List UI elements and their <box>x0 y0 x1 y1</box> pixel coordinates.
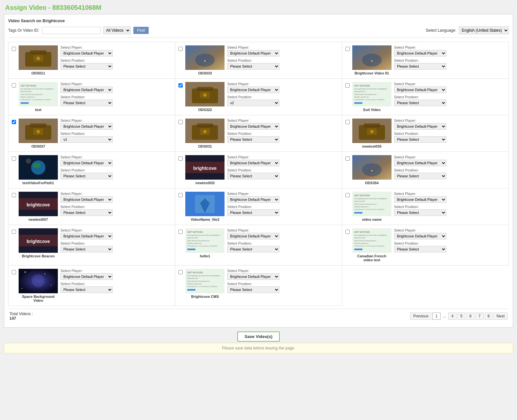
position-select[interactable]: Please Selectv1v2v3v4 <box>227 100 279 106</box>
video-name: video name <box>352 218 392 221</box>
player-select[interactable]: Brightcove Default Player <box>60 273 113 280</box>
position-select[interactable]: Please Selectv1v2v3v4 <box>227 136 279 143</box>
video-controls: Select Player: Brightcove Default Player… <box>227 228 338 254</box>
position-select[interactable]: Please Selectv1v2v3v4 <box>60 136 113 143</box>
video-checkbox[interactable] <box>345 47 350 51</box>
video-checkbox[interactable] <box>12 156 16 161</box>
video-checkbox[interactable] <box>345 156 350 161</box>
svg-text:brightcove: brightcove <box>26 239 50 244</box>
player-select[interactable]: Brightcove Default Player <box>60 160 113 166</box>
video-checkbox[interactable] <box>345 230 350 234</box>
player-select[interactable]: Brightcove Default Player <box>394 233 446 239</box>
prev-button[interactable]: Previous <box>410 313 431 320</box>
player-select[interactable]: Brightcove Default Player <box>394 87 446 93</box>
position-select[interactable]: Please Selectv1v2v3v4 <box>227 173 279 179</box>
position-select[interactable]: Please Selectv1v2v3v4 <box>394 246 446 252</box>
video-checkbox[interactable] <box>12 83 16 88</box>
lang-select[interactable]: English (United States) French Spanish <box>459 26 509 34</box>
player-select[interactable]: Brightcove Default Player <box>227 160 279 166</box>
video-name: Space Background Video <box>19 295 58 302</box>
position-select[interactable]: Please Selectv1v2v3v4 <box>60 209 113 216</box>
video-checkbox[interactable] <box>178 83 183 88</box>
svg-text:GET NOTICED: GET NOTICED <box>354 85 370 87</box>
player-select[interactable]: Brightcove Default Player <box>60 50 113 57</box>
player-select[interactable]: Brightcove Default Player <box>227 50 279 57</box>
video-thumbnail-container: GET NOTICEDwe separate you from the comp… <box>352 228 392 262</box>
video-thumbnail-container: ● ODS354 <box>352 155 392 185</box>
position-select[interactable]: Please Selectv1v2v3v4 <box>60 173 113 179</box>
video-checkbox[interactable] <box>178 156 183 161</box>
player-select[interactable]: Brightcove Default Player <box>60 233 113 239</box>
svg-text:Web Based Development: Web Based Development <box>354 240 376 242</box>
svg-text:●: ● <box>204 59 206 62</box>
search-input[interactable] <box>42 27 101 34</box>
position-select[interactable]: Please Selectv1v2v3v4 <box>227 246 279 252</box>
player-label: Select Player: <box>227 192 338 196</box>
position-select[interactable]: Please Selectv1v2v3v4 <box>394 209 446 216</box>
position-select[interactable]: Please Selectv1v2v3v4 <box>394 136 446 143</box>
video-checkbox[interactable] <box>178 193 183 197</box>
position-label: Select Position: <box>394 132 505 136</box>
video-checkbox[interactable] <box>178 47 183 51</box>
player-select[interactable]: Brightcove Default Player <box>227 196 279 203</box>
player-select[interactable]: Brightcove Default Player <box>394 50 446 57</box>
player-select[interactable]: Brightcove Default Player <box>227 123 279 130</box>
total-count: 147 <box>9 316 16 321</box>
position-select[interactable]: Please Selectv1v2v3v4 <box>394 63 446 70</box>
position-label: Select Position: <box>394 168 505 172</box>
position-select[interactable]: Please Selectv1v2v3v4 <box>60 246 113 252</box>
video-checkbox[interactable] <box>345 83 350 88</box>
video-checkbox[interactable] <box>12 120 16 124</box>
page-8[interactable]: 8 <box>485 313 493 320</box>
video-checkbox[interactable] <box>345 120 350 124</box>
player-select[interactable]: Brightcove Default Player <box>60 196 113 203</box>
player-select[interactable]: Brightcove Default Player <box>227 87 279 93</box>
player-select[interactable]: Brightcove Default Player <box>60 87 113 93</box>
player-label: Select Player: <box>60 269 172 273</box>
video-checkbox[interactable] <box>178 230 183 234</box>
svg-text:Web Based Development: Web Based Development <box>354 203 376 205</box>
position-select[interactable]: Please Selectv1v2v3v4 <box>394 100 446 106</box>
video-name: Brightcove Beacon <box>19 254 58 258</box>
video-checkbox[interactable] <box>12 47 16 51</box>
player-select[interactable]: Brightcove Default Player <box>227 233 279 239</box>
video-checkbox[interactable] <box>12 270 16 274</box>
video-checkbox[interactable] <box>12 230 16 234</box>
player-select[interactable]: Brightcove Default Player <box>394 123 446 130</box>
svg-text:what we do?: what we do? <box>354 90 365 92</box>
next-button[interactable]: Next <box>493 313 508 320</box>
page-1[interactable]: 1 <box>432 313 441 320</box>
player-select[interactable]: Brightcove Default Player <box>394 160 446 166</box>
position-select[interactable]: Please Selectv1v2v3v4 <box>227 209 279 216</box>
video-thumbnail-container: Space Background Video <box>19 269 58 302</box>
page-7[interactable]: 7 <box>475 313 484 320</box>
video-checkbox[interactable] <box>345 193 350 197</box>
video-cell: testVideoForPath1 Select Player: Brightc… <box>8 152 175 188</box>
svg-text:we separate you from the compi: we separate you from the compilation, <box>354 234 388 236</box>
video-cell: GET NOTICEDwe separate you from the comp… <box>342 225 509 266</box>
player-select[interactable]: Brightcove Default Player <box>394 196 446 203</box>
player-label: Select Player: <box>394 192 505 196</box>
video-checkbox[interactable] <box>178 270 183 274</box>
position-select[interactable]: Please Selectv1v2v3v4 <box>227 286 279 293</box>
player-select[interactable]: Brightcove Default Player <box>60 123 113 130</box>
lang-label: Select Language: <box>426 28 456 33</box>
page-6[interactable]: 6 <box>466 313 475 320</box>
position-select[interactable]: Please Selectv1v2v3v4 <box>60 286 113 293</box>
video-cell: GET NOTICEDwe separate you from the comp… <box>8 79 175 115</box>
video-checkbox[interactable] <box>12 193 16 197</box>
position-select[interactable]: Please Selectv1v2v3v4 <box>60 100 113 106</box>
player-select[interactable]: Brightcove Default Player <box>227 273 279 280</box>
position-select[interactable]: Please Selectv1v2v3v4 <box>60 63 113 70</box>
position-label: Select Position: <box>227 132 338 136</box>
player-label: Select Player: <box>227 45 338 49</box>
position-select[interactable]: Please Selectv1v2v3v4 <box>227 63 279 70</box>
video-cell: VideoName_file2 Select Player: Brightcov… <box>175 188 342 225</box>
save-button[interactable]: Save Video(s) <box>237 331 279 342</box>
find-button[interactable]: Find <box>133 27 149 34</box>
filter-select[interactable]: All Videos Tags Video ID <box>103 26 131 34</box>
position-select[interactable]: Please Selectv1v2v3v4 <box>394 173 446 179</box>
video-checkbox[interactable] <box>178 120 183 124</box>
page-5[interactable]: 5 <box>458 313 466 320</box>
page-4[interactable]: 4 <box>448 313 457 320</box>
